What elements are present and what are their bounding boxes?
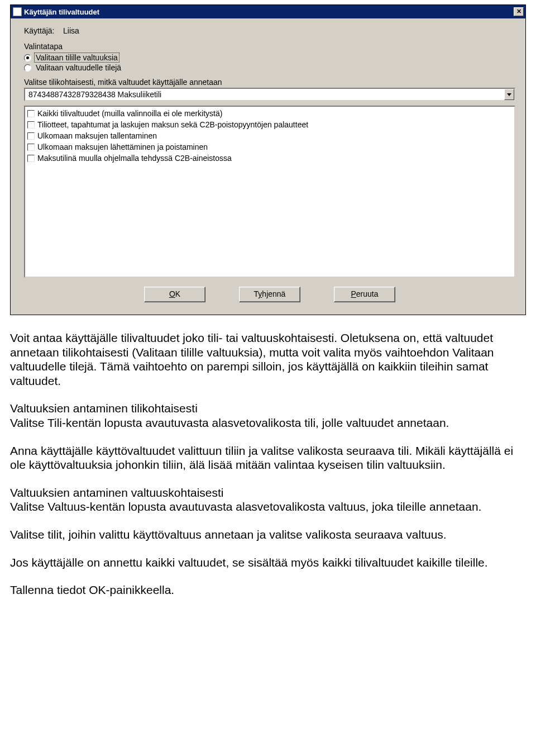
list-item[interactable]: Tiliotteet, tapahtumat ja laskujen maksu… — [27, 119, 512, 130]
paragraph: Anna käyttäjälle käyttövaltuudet valittu… — [10, 444, 526, 472]
paragraph: Valtuuksien antaminen valtuuskohtaisesti… — [10, 486, 526, 514]
dialog-window: Käyttäjän tilivaltuudet ✕ Käyttäjä: Liis… — [10, 4, 526, 315]
titlebar: Käyttäjän tilivaltuudet ✕ — [11, 5, 525, 18]
dropdown-button[interactable] — [504, 89, 514, 100]
paragraph: Voit antaa käyttäjälle tilivaltuudet jok… — [10, 331, 526, 388]
chevron-down-icon — [507, 93, 511, 96]
paragraph: Jos käyttäjälle on annettu kaikki valtuu… — [10, 555, 526, 570]
list-item[interactable]: Ulkomaan maksujen tallentaminen — [27, 130, 512, 141]
document-body: Voit antaa käyttäjälle tilivaltuudet jok… — [10, 331, 526, 597]
user-row: Käyttäjä: Liisa — [24, 26, 515, 35]
checkbox-icon[interactable] — [27, 155, 35, 162]
button-row: OK Tyhjennä Peruuta — [24, 278, 515, 307]
radio-label: Valitaan tilille valtuuksia — [35, 53, 119, 62]
account-dropdown[interactable]: 87434887432879328438 Maksuliiketili — [24, 88, 515, 101]
checkbox-icon[interactable] — [27, 132, 35, 140]
close-button[interactable]: ✕ — [514, 7, 524, 16]
radio-option[interactable]: Valitaan tilille valtuuksia — [24, 53, 515, 62]
checkbox-label: Ulkomaan maksujen lähettäminen ja poista… — [37, 142, 208, 151]
radio-label: Valitaan valtuudelle tilejä — [35, 63, 122, 72]
checkbox-icon[interactable] — [27, 144, 35, 151]
user-name: Liisa — [63, 26, 79, 35]
paragraph: Valtuuksien antaminen tilikohtaisesti Va… — [10, 401, 526, 430]
radio-icon[interactable] — [24, 64, 31, 72]
list-item[interactable]: Ulkomaan maksujen lähettäminen ja poista… — [27, 141, 512, 153]
cancel-button[interactable]: Peruuta — [334, 287, 395, 302]
user-label: Käyttäjä: — [24, 26, 54, 35]
paragraph: Tallenna tiedot OK-painikkeella. — [10, 583, 526, 597]
window-title: Käyttäjän tilivaltuudet — [24, 8, 514, 16]
list-item[interactable]: Kaikki tilivaltuudet (muilla valinnoilla… — [27, 108, 512, 119]
checkbox-label: Tiliotteet, tapahtumat ja laskujen maksu… — [37, 120, 308, 129]
clear-button[interactable]: Tyhjennä — [239, 287, 300, 302]
list-item[interactable]: Maksutilinä muulla ohjelmalla tehdyssä C… — [27, 153, 512, 164]
paragraph: Valitse tilit, joihin valittu käyttövalt… — [10, 527, 526, 542]
radio-option[interactable]: Valitaan valtuudelle tilejä — [24, 63, 515, 72]
checkbox-icon[interactable] — [27, 110, 35, 117]
instruction-text: Valitse tilikohtaisesti, mitkä valtuudet… — [24, 78, 515, 87]
app-icon — [13, 7, 22, 16]
checkbox-label: Maksutilinä muulla ohjelmalla tehdyssä C… — [37, 154, 232, 163]
dialog-body: Käyttäjä: Liisa Valintatapa Valitaan til… — [11, 18, 525, 315]
checkbox-label: Kaikki tilivaltuudet (muilla valinnoilla… — [37, 109, 222, 118]
dropdown-value: 87434887432879328438 Maksuliiketili — [25, 89, 504, 100]
permission-checklist[interactable]: Kaikki tilivaltuudet (muilla valinnoilla… — [24, 106, 515, 278]
checkbox-icon[interactable] — [27, 121, 35, 129]
ok-button[interactable]: OK — [144, 287, 205, 302]
radio-icon[interactable] — [24, 54, 31, 61]
checkbox-label: Ulkomaan maksujen tallentaminen — [37, 131, 157, 140]
selection-method-label: Valintatapa — [24, 42, 515, 51]
